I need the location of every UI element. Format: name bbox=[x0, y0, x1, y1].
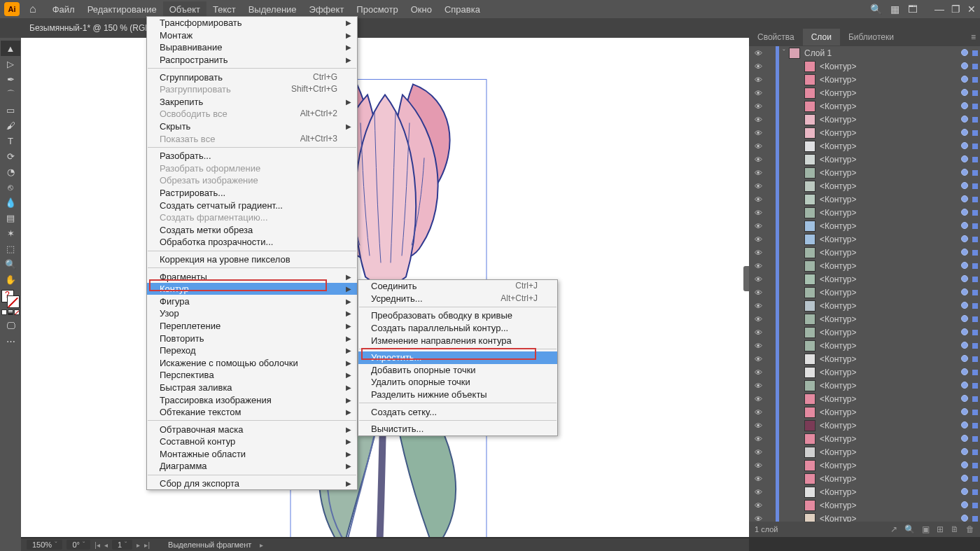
menu-текст[interactable]: Текст bbox=[206, 1, 242, 18]
layer-row[interactable]: 👁<Контур> bbox=[749, 445, 980, 459]
menu-item[interactable]: Выравнивание▶ bbox=[147, 41, 357, 54]
gradient-tool[interactable]: ▤ bbox=[1, 210, 20, 225]
visibility-icon[interactable]: 👁 bbox=[749, 249, 767, 257]
menu-item[interactable]: Коррекция на уровне пикселов bbox=[147, 253, 357, 266]
menu-item[interactable]: Распространить▶ bbox=[147, 54, 357, 67]
visibility-icon[interactable]: 👁 bbox=[749, 89, 767, 97]
visibility-icon[interactable]: 👁 bbox=[749, 515, 767, 522]
visibility-icon[interactable]: 👁 bbox=[749, 155, 767, 164]
visibility-icon[interactable]: 👁 bbox=[749, 195, 767, 204]
menu-окно[interactable]: Окно bbox=[405, 1, 438, 18]
restore-icon[interactable]: ❐ bbox=[951, 4, 960, 15]
menu-item[interactable]: Создать метки обреза bbox=[147, 224, 357, 237]
layer-row[interactable]: 👁<Контур> bbox=[749, 365, 980, 379]
menu-выделение[interactable]: Выделение bbox=[242, 1, 303, 18]
search-icon[interactable]: 🔍 bbox=[870, 4, 882, 15]
menu-справка[interactable]: Справка bbox=[438, 1, 486, 18]
new-layer-icon[interactable]: 🗎 bbox=[951, 524, 959, 534]
visibility-icon[interactable]: 👁 bbox=[749, 62, 767, 71]
layer-row[interactable]: 👁<Контур> bbox=[749, 126, 980, 139]
visibility-icon[interactable]: 👁 bbox=[749, 342, 767, 350]
layer-row[interactable]: 👁<Контур> bbox=[749, 139, 980, 153]
layer-row[interactable]: 👁<Контур> bbox=[749, 286, 980, 299]
pen-tool[interactable]: ✒ bbox=[1, 71, 20, 87]
rotate-field[interactable]: 0° ˇ bbox=[66, 540, 90, 550]
menu-файл[interactable]: Файл bbox=[46, 1, 81, 18]
layer-row-top[interactable]: 👁ˇСлой 1 bbox=[749, 46, 980, 60]
visibility-icon[interactable]: 👁 bbox=[749, 408, 767, 417]
layer-row[interactable]: 👁<Контур> bbox=[749, 339, 980, 352]
doc-tab[interactable]: Безымянный-1* @ 150 % (RGB/П bbox=[22, 23, 166, 33]
locate-object-icon[interactable]: ↗ bbox=[890, 524, 897, 534]
visibility-icon[interactable]: 👁 bbox=[749, 222, 767, 230]
layer-row[interactable]: 👁<Контур> bbox=[749, 246, 980, 259]
zoom-tool[interactable]: 🔍 bbox=[1, 256, 20, 272]
visibility-icon[interactable]: 👁 bbox=[749, 169, 767, 177]
zoom-field[interactable]: 150% ˇ bbox=[27, 540, 62, 550]
layer-row[interactable]: 👁<Контур> bbox=[749, 206, 980, 219]
menu-item[interactable]: Разобрать... bbox=[147, 150, 357, 162]
layer-row[interactable]: 👁<Контур> bbox=[749, 498, 980, 512]
visibility-icon[interactable]: 👁 bbox=[749, 355, 767, 363]
layer-row[interactable]: 👁<Контур> bbox=[749, 472, 980, 485]
menu-item[interactable]: Создать сетчатый градиент... bbox=[147, 199, 357, 211]
prev-artboard-icon[interactable]: ◂ bbox=[104, 541, 108, 549]
layer-row[interactable]: 👁<Контур> bbox=[749, 166, 980, 179]
curvature-tool[interactable]: ⌒ bbox=[1, 87, 20, 102]
layer-row[interactable]: 👁<Контур> bbox=[749, 379, 980, 392]
layer-row[interactable]: 👁<Контур> bbox=[749, 326, 980, 339]
menu-item[interactable]: Закрепить▶ bbox=[147, 96, 357, 109]
visibility-icon[interactable]: 👁 bbox=[749, 142, 767, 151]
menu-item[interactable]: Создать параллельный контур... bbox=[358, 322, 557, 335]
menu-item[interactable]: Повторить▶ bbox=[147, 332, 357, 344]
screen-mode-tool[interactable]: 🖵 bbox=[1, 318, 20, 333]
edit-toolbar[interactable]: ⋯ bbox=[1, 333, 20, 349]
menu-item[interactable]: Сбор для экспорта▶ bbox=[147, 477, 357, 490]
paintbrush-tool[interactable]: 🖌 bbox=[1, 118, 20, 133]
first-artboard-icon[interactable]: |◂ bbox=[94, 541, 100, 549]
visibility-icon[interactable]: 👁 bbox=[749, 328, 767, 337]
menu-item[interactable]: Удалить опорные точки bbox=[358, 376, 557, 389]
visibility-icon[interactable]: 👁 bbox=[749, 421, 767, 430]
last-artboard-icon[interactable]: ▸| bbox=[144, 541, 150, 549]
visibility-icon[interactable]: 👁 bbox=[749, 368, 767, 377]
panel-tab-1[interactable]: Слои bbox=[803, 29, 840, 46]
layer-row[interactable]: 👁<Контур> bbox=[749, 219, 980, 232]
menu-item[interactable]: Преобразовать обводку в кривые bbox=[358, 309, 557, 322]
layer-row[interactable]: 👁<Контур> bbox=[749, 392, 980, 405]
menu-item[interactable]: Искажение с помощью оболочки▶ bbox=[147, 356, 357, 369]
direct-selection-tool[interactable]: ▷ bbox=[1, 56, 20, 71]
expand-icon[interactable]: ˇ bbox=[779, 49, 789, 57]
layer-row[interactable]: 👁<Контур> bbox=[749, 179, 980, 193]
layer-row[interactable]: 👁<Контур> bbox=[749, 405, 980, 419]
close-icon[interactable]: ✕ bbox=[967, 4, 976, 15]
layer-row[interactable]: 👁<Контур> bbox=[749, 352, 980, 365]
layer-row[interactable]: 👁<Контур> bbox=[749, 153, 980, 166]
visibility-icon[interactable]: 👁 bbox=[749, 275, 767, 284]
visibility-icon[interactable]: 👁 bbox=[749, 475, 767, 483]
menu-item[interactable]: Узор▶ bbox=[147, 307, 357, 320]
visibility-icon[interactable]: 👁 bbox=[749, 102, 767, 111]
delete-layer-icon[interactable]: 🗑 bbox=[966, 524, 974, 534]
visibility-icon[interactable]: 👁 bbox=[749, 129, 767, 137]
width-tool[interactable]: ⎋ bbox=[1, 179, 20, 195]
panel-menu-icon[interactable]: ≡ bbox=[971, 32, 976, 42]
visibility-icon[interactable]: 👁 bbox=[749, 382, 767, 390]
menu-item[interactable]: Растрировать... bbox=[147, 187, 357, 200]
visibility-icon[interactable]: 👁 bbox=[749, 262, 767, 270]
layer-row[interactable]: 👁<Контур> bbox=[749, 86, 980, 99]
visibility-icon[interactable]: 👁 bbox=[749, 461, 767, 470]
visibility-icon[interactable]: 👁 bbox=[749, 209, 767, 217]
menu-item[interactable]: Монтажные области▶ bbox=[147, 448, 357, 461]
selection-tool[interactable]: ▲ bbox=[1, 41, 20, 56]
menu-item[interactable]: Контур▶ bbox=[147, 283, 357, 295]
menu-item[interactable]: Обтекание текстом▶ bbox=[147, 406, 357, 419]
menu-item[interactable]: Создать сетку... bbox=[358, 405, 557, 418]
layer-row[interactable]: 👁<Контур> bbox=[749, 459, 980, 472]
menu-item[interactable]: Фрагменты▶ bbox=[147, 270, 357, 283]
clipping-mask-icon[interactable]: ▣ bbox=[922, 524, 930, 534]
menu-item[interactable]: Разделить нижние объекты bbox=[358, 389, 557, 401]
menu-item[interactable]: Обтравочная маска▶ bbox=[147, 423, 357, 435]
hand-tool[interactable]: ✋ bbox=[1, 272, 20, 287]
type-tool[interactable]: T bbox=[1, 133, 20, 148]
